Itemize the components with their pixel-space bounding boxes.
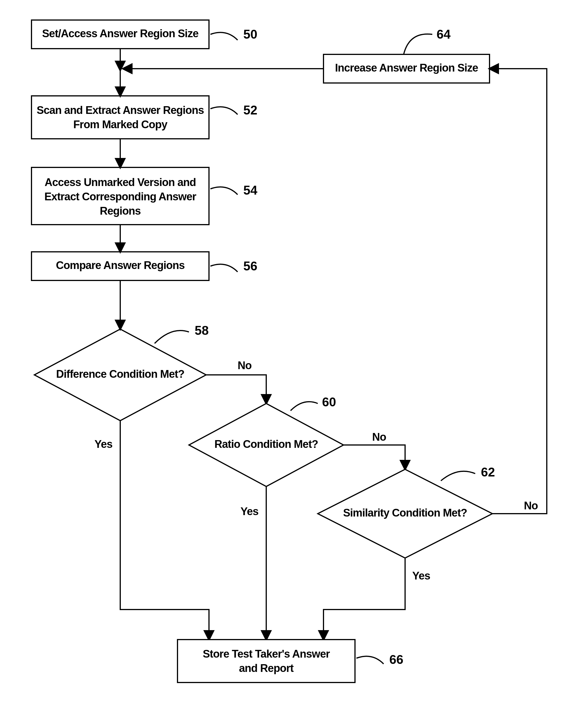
node-58-ref: 58 [195,323,209,337]
svg-rect-8 [177,640,355,682]
edge-60-no: No [372,431,386,443]
edge-60-yes: Yes [241,505,258,517]
node-66: Store Test Taker's Answer and Report 66 [177,640,403,682]
node-58: Difference Condition Met? 58 [34,323,209,421]
node-66-label-2: and Report [239,662,294,674]
node-66-ref: 66 [389,652,403,667]
edge-58-no: No [237,359,252,371]
flowchart: Set/Access Answer Region Size 50 Increas… [0,0,582,728]
node-52-label-2: From Marked Copy [73,119,168,130]
node-50: Set/Access Answer Region Size 50 [31,20,257,49]
edge-62-yes: Yes [412,570,430,582]
node-62: Similarity Condition Met? 62 [318,465,495,558]
node-56-ref: 56 [243,259,257,273]
node-52-label-1: Scan and Extract Answer Regions [36,104,204,116]
node-64: Increase Answer Region Size 64 [324,27,489,83]
svg-rect-2 [31,96,209,139]
node-50-ref: 50 [243,27,257,41]
node-66-label-1: Store Test Taker's Answer [203,648,330,660]
node-62-ref: 62 [481,465,495,479]
node-54: Access Unmarked Version and Extract Corr… [31,167,257,225]
node-50-label: Set/Access Answer Region Size [42,27,198,40]
node-60-label: Ratio Condition Met? [214,438,318,450]
node-54-label-3: Regions [100,205,141,217]
node-56: Compare Answer Regions 56 [31,252,257,281]
node-54-ref: 54 [243,183,257,197]
node-52: Scan and Extract Answer Regions From Mar… [31,96,257,139]
edge-62-no: No [524,500,538,512]
node-58-label: Difference Condition Met? [56,368,184,380]
node-54-label-2: Extract Corresponding Answer [44,190,196,203]
node-60-ref: 60 [322,395,336,409]
node-62-label: Similarity Condition Met? [343,507,467,519]
node-56-label: Compare Answer Regions [56,259,185,271]
node-52-ref: 52 [243,103,257,117]
node-60: Ratio Condition Met? 60 [189,395,344,487]
node-54-label-1: Access Unmarked Version and [45,176,196,188]
node-64-ref: 64 [436,27,451,41]
edge-58-yes: Yes [95,438,112,450]
node-64-label: Increase Answer Region Size [335,62,478,74]
